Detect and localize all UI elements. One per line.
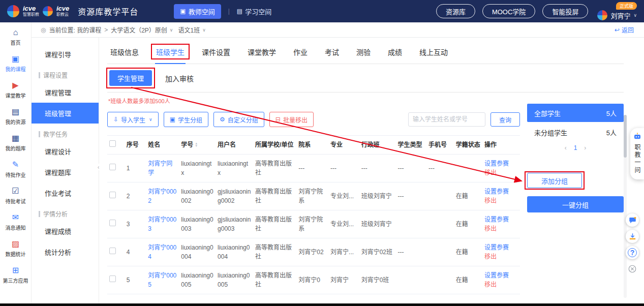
- row-checkbox[interactable]: [109, 220, 116, 226]
- tab-online-interaction[interactable]: 线上互动: [418, 45, 449, 64]
- mooc-college-button[interactable]: MOOC学院: [482, 4, 535, 18]
- search-input[interactable]: [408, 112, 485, 127]
- search-area: 查询: [408, 112, 520, 127]
- student-name-link[interactable]: 刘宵宁0004: [148, 244, 176, 260]
- cell-department: ---: [296, 154, 328, 182]
- icve-logo: icve 智慧职教: [23, 5, 39, 17]
- remove-student-link[interactable]: 移出: [484, 252, 518, 261]
- menu-item-course-guide[interactable]: 课程引导: [32, 44, 99, 65]
- tab-classroom-teaching[interactable]: 课堂教学: [247, 45, 277, 64]
- add-group-button[interactable]: 添加分组: [527, 173, 582, 188]
- cell-username: liuxiaoningtx: [216, 154, 253, 182]
- one-click-group-button[interactable]: 一键分组: [527, 196, 624, 212]
- remove-student-link[interactable]: 移出: [484, 168, 518, 177]
- student-name-link[interactable]: 刘宵宁同学: [148, 160, 172, 176]
- cell-school: 高等教育出版社: [253, 210, 296, 238]
- menu-item-course-grades[interactable]: 课程成绩: [32, 221, 99, 241]
- menu-item-course-question-bank[interactable]: 课程题库: [32, 162, 99, 182]
- sidebar-item-pending-homework[interactable]: ✎待批作业: [0, 157, 31, 183]
- menu-item-statistics-analysis[interactable]: 统计分析: [32, 241, 99, 262]
- tab-class-info[interactable]: 班级信息: [109, 45, 140, 64]
- row-checkbox-cell: [107, 210, 125, 238]
- prev-page-button[interactable]: ‹: [565, 144, 567, 151]
- remove-student-link[interactable]: 移出: [484, 196, 518, 205]
- qa-assistant-label: 职教一问: [633, 144, 641, 174]
- download-widget-button[interactable]: [626, 230, 639, 243]
- row-checkbox[interactable]: [109, 192, 116, 198]
- sidebar-item-classroom-teaching[interactable]: ▶课堂教学: [0, 77, 31, 104]
- help-widget-button[interactable]: ?: [626, 246, 639, 259]
- toolbar-button-label: 导入学生: [121, 115, 145, 124]
- menu-item-course-design[interactable]: 课程设计: [32, 141, 99, 162]
- student-name-link[interactable]: 刘宵宁0002: [148, 188, 176, 204]
- remove-student-link[interactable]: 移出: [484, 280, 518, 289]
- cell-enrollment_status: 在籍: [454, 210, 482, 238]
- sidebar-item-my-resources[interactable]: ▤我的资源: [0, 104, 31, 130]
- set-contest-link[interactable]: 设置参赛: [484, 215, 518, 224]
- breadcrumb-class[interactable]: 语文1班: [178, 25, 200, 34]
- tab-courseware-settings[interactable]: 课件设置: [201, 45, 231, 64]
- sidebar-item-notifications[interactable]: ✉消息通知: [0, 209, 31, 236]
- sidebar-item-my-courses[interactable]: ▣我的课程: [0, 51, 31, 77]
- tabs-row: 班级信息班级学生课件设置课堂教学作业考试测验成绩线上互动: [107, 38, 624, 64]
- sidebar-item-my-question-bank[interactable]: ▦我的题库: [0, 130, 31, 157]
- next-page-button[interactable]: ›: [584, 144, 586, 151]
- close-widgets-button[interactable]: [626, 262, 639, 276]
- select-all-checkbox[interactable]: [109, 140, 116, 147]
- resource-library-button[interactable]: 资源库: [436, 4, 475, 18]
- sidebar-item-third-party-apps[interactable]: ⊞第三方应用: [0, 262, 31, 289]
- set-contest-link[interactable]: 设置参赛: [484, 243, 518, 252]
- remove-student-link[interactable]: 移出: [484, 224, 518, 233]
- right-column: ◎ 当前位置: 我的课程 > 大学语文（2P）原创 ∨ 语文1班 ∨ ↩ 返回 …: [32, 22, 644, 303]
- sidebar-item-data-statistics[interactable]: ▨数据统计: [0, 236, 31, 262]
- menu-group-learning-analysis: 学情分析: [32, 203, 99, 221]
- menu-item-class-management[interactable]: 班级管理: [32, 103, 99, 124]
- space-nav: ▣ 教师空间 | ▤ 学习空间: [174, 4, 271, 19]
- cell-department: 刘宵宁院系: [296, 182, 328, 210]
- tab-grades[interactable]: 成绩: [387, 45, 403, 64]
- row-checkbox[interactable]: [109, 164, 116, 170]
- cell-phone: ---: [426, 154, 454, 182]
- column-header-label: 院系: [298, 141, 311, 148]
- ungrouped-students-row[interactable]: 未分组学生 5人: [527, 122, 624, 142]
- tab-exam[interactable]: 考试: [324, 45, 340, 64]
- import-students-button[interactable]: ⇩导入学生∨: [107, 112, 159, 127]
- cell-student_type: [395, 210, 426, 238]
- menu-item-course-management[interactable]: 课程管理: [32, 82, 99, 103]
- sidebar-item-home[interactable]: ⌂首页: [0, 24, 31, 51]
- set-contest-link[interactable]: 设置参赛: [484, 271, 518, 280]
- tab-class-students[interactable]: 班级学生: [155, 45, 186, 64]
- row-checkbox[interactable]: [109, 276, 116, 282]
- all-students-bar[interactable]: 全部学生 5人: [527, 104, 624, 122]
- scrollbar-thumb[interactable]: [624, 115, 627, 158]
- row-checkbox[interactable]: [109, 248, 116, 254]
- teacher-space-tab[interactable]: ▣ 教师空间: [174, 4, 221, 19]
- sidebar-item-pending-exams[interactable]: ☑待批考试: [0, 183, 31, 209]
- sort-icon[interactable]: ▲▼: [195, 142, 198, 147]
- query-button[interactable]: 查询: [490, 112, 520, 127]
- custom-grouping-button[interactable]: ⚙自定义分组: [213, 112, 264, 127]
- group-pagination: ‹ 1 ›: [527, 144, 624, 151]
- chat-widget-button[interactable]: [626, 213, 639, 227]
- tab-homework[interactable]: 作业: [292, 45, 309, 64]
- row-checkbox-cell: [107, 154, 125, 182]
- subtab-join-review[interactable]: 加入审核: [165, 73, 194, 83]
- back-button[interactable]: ↩ 返回: [615, 25, 634, 34]
- menu-item-homework-exam[interactable]: 作业考试: [32, 182, 99, 203]
- student-name-link[interactable]: 刘宵宁0003: [148, 216, 176, 232]
- breadcrumb-course[interactable]: 大学语文（2P）原创: [111, 25, 167, 34]
- learning-space-tab[interactable]: ▤ 学习空间: [237, 7, 271, 16]
- student-name-link[interactable]: 刘宵宁0005: [148, 272, 176, 288]
- qa-assistant-tab[interactable]: 职教一问: [630, 128, 644, 179]
- batch-remove-button[interactable]: ⊟批量移出: [269, 112, 314, 127]
- subtab-student-management[interactable]: 学生管理: [109, 70, 152, 86]
- class-chevron-down-icon[interactable]: ∨: [202, 27, 206, 33]
- user-menu[interactable]: 正式版 刘宵宁 ∨: [597, 2, 637, 20]
- course-chevron-down-icon[interactable]: ∨: [170, 27, 173, 33]
- smart-screen-button[interactable]: 智能投屏: [542, 4, 588, 18]
- set-contest-link[interactable]: 设置参赛: [484, 159, 518, 168]
- student-grouping-button[interactable]: ▣学生分组: [164, 112, 208, 127]
- tab-quiz[interactable]: 测验: [355, 45, 372, 64]
- column-header-major: 专业: [328, 136, 359, 155]
- set-contest-link[interactable]: 设置参赛: [484, 187, 518, 196]
